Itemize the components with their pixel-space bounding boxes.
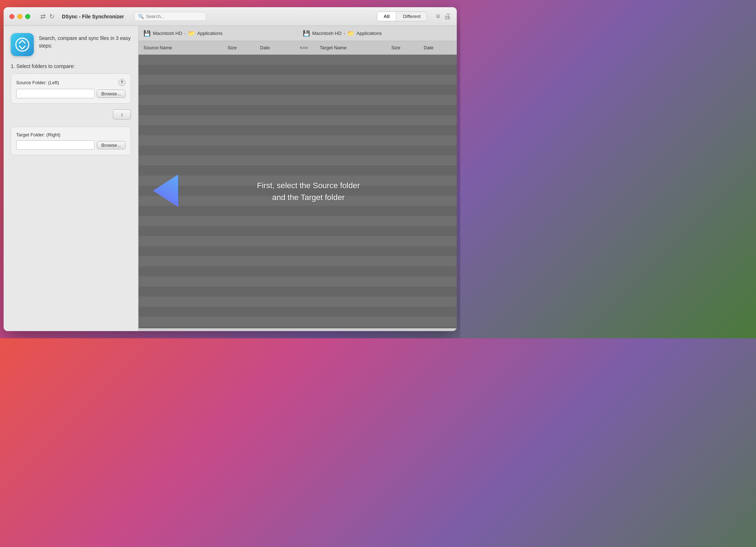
sync-settings-icon[interactable]: ⇄ [40, 13, 46, 21]
app-logo-area: Search, compare and sync files in 3 easy… [11, 33, 131, 56]
search-input[interactable] [146, 14, 202, 19]
file-area-overlay: First, select the Source folder and the … [138, 55, 457, 328]
app-window: ⇄ ↻ DSync - File Synchronizer 🔍 All Diff… [4, 7, 457, 331]
target-folder-label: Target Folder: (Right) [16, 132, 60, 137]
target-disk-icon: 💾 [303, 30, 310, 37]
titlebar: ⇄ ↻ DSync - File Synchronizer 🔍 All Diff… [4, 7, 457, 26]
source-browse-button[interactable]: Browse... [97, 90, 126, 98]
col-size-left[interactable]: Size [225, 45, 257, 50]
target-folder-input[interactable] [16, 140, 95, 150]
filter-different-button[interactable]: Different [396, 12, 427, 21]
toolbar-icons: ⇄ ↻ [40, 13, 55, 21]
target-disk-label: Macintosh HD [312, 31, 342, 36]
maximize-button[interactable] [25, 14, 30, 19]
filter-buttons: All Different [377, 12, 428, 21]
minimize-button[interactable] [17, 14, 22, 19]
col-arrow: <=> [293, 45, 315, 50]
hint-line2: and the Target folder [257, 191, 360, 203]
close-button[interactable] [9, 14, 14, 19]
file-area: First, select the Source folder and the … [138, 55, 457, 328]
source-disk-label: Macintosh HD [153, 31, 182, 36]
target-path: 💾 Macintosh HD › 📁 Applications [297, 30, 457, 37]
sidebar: Search, compare and sync files in 3 easy… [4, 26, 138, 331]
arrow-hint [149, 158, 228, 225]
source-folder-path-label: Applications [197, 31, 222, 36]
target-path-arrow: › [344, 31, 345, 36]
target-folder-group: Target Folder: (Right) Browse... [11, 127, 131, 155]
filter-all-button[interactable]: All [377, 12, 396, 21]
search-bar[interactable]: 🔍 [134, 12, 206, 21]
swap-button[interactable]: ↕ [113, 109, 131, 119]
source-path: 💾 Macintosh HD › 📁 Applications [138, 30, 297, 37]
source-folder-input-row: Browse... [16, 89, 126, 98]
col-size-right[interactable]: Size [388, 45, 421, 50]
path-bar: 💾 Macintosh HD › 📁 Applications 💾 Macint… [138, 26, 457, 41]
hint-row: First, select the Source folder and the … [138, 180, 457, 203]
source-folder-label: Source Folder: (Left) [16, 80, 59, 85]
right-panel: 💾 Macintosh HD › 📁 Applications 💾 Macint… [138, 26, 457, 331]
col-source-name[interactable]: Source Name [138, 45, 225, 50]
help-button[interactable]: ? [118, 79, 126, 86]
search-icon: 🔍 [138, 14, 144, 19]
list-view-icon[interactable]: ≡ [436, 12, 440, 21]
hint-line1: First, select the Source folder [257, 180, 360, 191]
target-folder-icon: 📁 [347, 30, 354, 37]
source-folder-input[interactable] [16, 89, 95, 98]
app-title: DSync - File Synchronizer [62, 14, 124, 19]
col-target-name[interactable]: Target Name [315, 45, 388, 50]
main-content: Search, compare and sync files in 3 easy… [4, 26, 457, 331]
app-description: Search, compare and sync files in 3 easy… [39, 35, 131, 50]
traffic-lights [9, 14, 30, 19]
refresh-icon[interactable]: ↻ [49, 13, 55, 21]
col-date-right[interactable]: Date [421, 45, 457, 50]
column-headers: Source Name Size Date <=> Target Name Si… [138, 41, 457, 55]
app-logo [11, 33, 34, 56]
hint-text: First, select the Source folder and the … [257, 180, 360, 203]
source-disk-icon: 💾 [144, 30, 151, 37]
print-icon[interactable]: 🖨 [444, 12, 451, 21]
target-folder-path-label: Applications [356, 31, 382, 36]
col-date-left[interactable]: Date [257, 45, 293, 50]
source-path-arrow: › [185, 31, 186, 36]
titlebar-right-icons: ≡ 🖨 [436, 12, 451, 21]
target-browse-button[interactable]: Browse... [97, 141, 126, 149]
step1-label: 1. Select folders to compare: [11, 63, 131, 69]
bottom-divider [138, 328, 457, 331]
source-folder-group: Source Folder: (Left) ? Browse... [11, 73, 131, 104]
source-folder-icon: 📁 [188, 30, 195, 37]
target-folder-input-row: Browse... [16, 140, 126, 150]
